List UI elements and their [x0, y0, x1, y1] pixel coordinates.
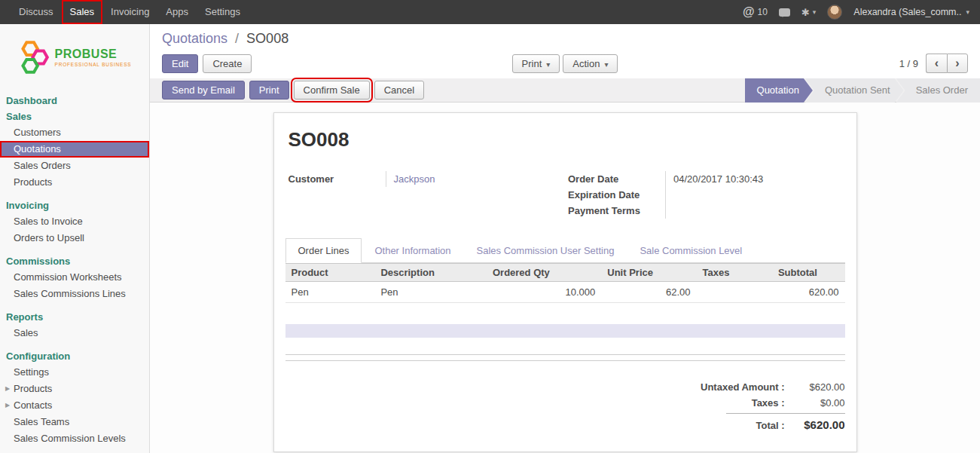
- top-menu: Discuss Sales Invoicing Apps Settings: [0, 0, 249, 24]
- taxes-value: $0.00: [785, 397, 845, 409]
- user-menu[interactable]: Alexandra (Sales_comm.. ▾: [853, 7, 969, 17]
- menu-settings[interactable]: Settings: [197, 0, 249, 24]
- untaxed-amount-label: Untaxed Amount :: [655, 381, 785, 393]
- at-icon: @: [743, 5, 755, 19]
- print-button[interactable]: Print: [249, 81, 289, 99]
- activities-icon[interactable]: ✱▾: [801, 7, 816, 18]
- sidebar-item-quotations[interactable]: Quotations: [0, 141, 149, 158]
- status-row: Send by Email Print Confirm Sale Cancel …: [150, 78, 980, 103]
- probuse-logo[interactable]: PROBUSE PROFESSIONAL BUSINESS: [0, 24, 149, 88]
- status-step-quotation[interactable]: Quotation: [745, 78, 813, 103]
- col-description[interactable]: Description: [374, 264, 487, 282]
- send-by-email-button[interactable]: Send by Email: [162, 81, 245, 99]
- order-date-label: Order Date: [565, 171, 665, 187]
- tab-other-information[interactable]: Other Information: [362, 238, 463, 263]
- field-groups: Customer Jackpson Order Date 04/20/2017 …: [285, 171, 845, 219]
- status-step-sales-order[interactable]: Sales Order: [896, 78, 980, 103]
- total-label: Total :: [655, 420, 785, 431]
- sidebar-heading-commissions[interactable]: Commissions: [0, 253, 149, 269]
- confirm-sale-button[interactable]: Confirm Sale: [294, 81, 370, 99]
- edit-button[interactable]: Edit: [162, 54, 198, 73]
- mention-inbox-icon[interactable]: @ 10: [743, 5, 768, 19]
- expand-caret-icon[interactable]: ▶: [5, 402, 10, 409]
- cell-ordered-qty[interactable]: 10.000: [487, 282, 601, 303]
- menu-apps[interactable]: Apps: [157, 0, 197, 24]
- col-unit-price[interactable]: Unit Price: [601, 264, 696, 282]
- sidebar-item-label: Contacts: [14, 399, 52, 411]
- cell-subtotal[interactable]: 620.00: [772, 282, 845, 303]
- sidebar: PROBUSE PROFESSIONAL BUSINESS Dashboard …: [0, 24, 150, 453]
- logo-subtitle: PROFESSIONAL BUSINESS: [55, 62, 132, 67]
- total-row: Total : $620.00: [655, 416, 845, 433]
- action-dropdown-label: Action: [572, 58, 600, 69]
- user-avatar[interactable]: [827, 5, 842, 20]
- col-taxes[interactable]: Taxes: [697, 264, 772, 282]
- logo-title: PROBUSE: [55, 47, 132, 61]
- chevron-down-icon: ▾: [604, 60, 608, 69]
- sidebar-item-sales-to-invoice[interactable]: Sales to Invoice: [0, 213, 149, 230]
- print-dropdown[interactable]: Print▾: [512, 54, 560, 73]
- tab-sale-commission-level[interactable]: Sale Commission Level: [627, 238, 755, 263]
- sidebar-item-commission-worksheets[interactable]: Commission Worksheets: [0, 269, 149, 286]
- payment-terms-value: [665, 203, 845, 219]
- customer-field: Customer Jackpson: [285, 171, 557, 187]
- sidebar-item-reports-sales[interactable]: Sales: [0, 325, 149, 341]
- taxes-row: Taxes : $0.00: [655, 395, 845, 411]
- expand-caret-icon[interactable]: ▶: [5, 385, 10, 392]
- action-dropdown[interactable]: Action▾: [563, 54, 618, 73]
- sidebar-item-settings[interactable]: Settings: [0, 364, 149, 381]
- breadcrumb-quotations-link[interactable]: Quotations: [162, 31, 227, 46]
- topbar-right: @ 10 ✱▾ Alexandra (Sales_comm.. ▾: [743, 0, 980, 24]
- menu-sales[interactable]: Sales: [62, 0, 103, 24]
- mention-count: 10: [758, 7, 768, 17]
- section-note-bar[interactable]: [285, 324, 845, 338]
- sidebar-heading-sales[interactable]: Sales: [0, 109, 149, 124]
- user-name: Alexandra (Sales_comm..: [853, 7, 961, 17]
- chat-bubble-icon: [779, 8, 790, 17]
- sidebar-heading-reports[interactable]: Reports: [0, 309, 149, 325]
- cell-unit-price[interactable]: 62.00: [601, 282, 696, 303]
- col-ordered-qty[interactable]: Ordered Qty: [487, 264, 601, 282]
- sidebar-item-config-products[interactable]: ▶Products: [0, 381, 149, 397]
- status-step-quotation-sent[interactable]: Quotation Sent: [805, 78, 904, 103]
- expiration-date-label: Expiration Date: [565, 187, 665, 203]
- sidebar-item-dashboard[interactable]: Dashboard: [0, 93, 149, 109]
- total-value: $620.00: [785, 418, 845, 431]
- sidebar-item-products[interactable]: Products: [0, 174, 149, 191]
- cancel-button[interactable]: Cancel: [374, 81, 424, 99]
- untaxed-amount-value: $620.00: [785, 381, 845, 393]
- menu-discuss[interactable]: Discuss: [11, 0, 62, 24]
- payment-terms-label: Payment Terms: [565, 203, 665, 219]
- totals-block: Untaxed Amount : $620.00 Taxes : $0.00 T…: [285, 379, 845, 433]
- menu-invoicing[interactable]: Invoicing: [102, 0, 157, 24]
- order-date-field: Order Date 04/20/2017 10:30:43: [565, 171, 845, 187]
- sidebar-item-label: Products: [14, 383, 52, 394]
- pager: ‹ ›: [926, 54, 968, 73]
- sidebar-heading-invoicing[interactable]: Invoicing: [0, 197, 149, 213]
- total-divider: [726, 413, 845, 414]
- sidebar-item-sales-commissions-lines[interactable]: Sales Commissions Lines: [0, 286, 149, 302]
- control-panel: Quotations / SO008 Edit Create Print▾ Ac…: [150, 24, 980, 78]
- sidebar-item-config-contacts[interactable]: ▶Contacts: [0, 397, 149, 414]
- sidebar-item-sales-teams[interactable]: Sales Teams: [0, 414, 149, 430]
- cell-description[interactable]: Pen: [374, 282, 487, 303]
- col-subtotal[interactable]: Subtotal: [772, 264, 845, 282]
- top-navbar: Discuss Sales Invoicing Apps Settings @ …: [0, 0, 980, 24]
- messages-icon[interactable]: [779, 8, 790, 17]
- pager-previous-button[interactable]: ‹: [926, 54, 947, 73]
- create-button[interactable]: Create: [203, 54, 252, 73]
- sidebar-item-customers[interactable]: Customers: [0, 124, 149, 141]
- sidebar-heading-configuration[interactable]: Configuration: [0, 348, 149, 364]
- sidebar-item-orders-to-upsell[interactable]: Orders to Upsell: [0, 230, 149, 246]
- tab-sales-commission-user-setting[interactable]: Sales Commission User Setting: [464, 238, 627, 263]
- statusbar: Quotation Quotation Sent Sales Order: [745, 78, 980, 103]
- tab-order-lines[interactable]: Order Lines: [285, 238, 362, 263]
- sidebar-item-sales-commission-levels[interactable]: Sales Commission Levels: [0, 430, 149, 447]
- col-product[interactable]: Product: [285, 264, 375, 282]
- cell-product[interactable]: Pen: [285, 282, 375, 303]
- customer-value-link[interactable]: Jackpson: [386, 171, 557, 187]
- sidebar-item-sales-orders[interactable]: Sales Orders: [0, 158, 149, 174]
- cell-taxes[interactable]: [697, 282, 772, 303]
- order-line-row[interactable]: Pen Pen 10.000 62.00 620.00: [285, 282, 845, 303]
- pager-next-button[interactable]: ›: [947, 54, 968, 73]
